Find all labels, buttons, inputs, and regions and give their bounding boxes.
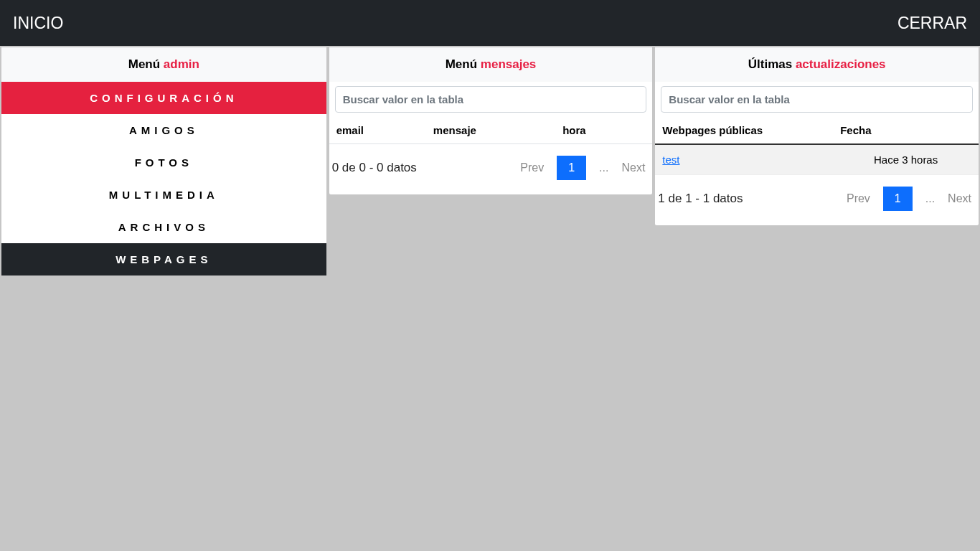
updates-col-date[interactable]: Fecha [833,117,979,144]
messages-page-dots: ... [599,161,608,174]
updates-page-dots: ... [925,192,935,205]
main-area: Menú admin CONFIGURACIÓNAMIGOSFOTOSMULTI… [0,46,980,277]
messages-pager: Prev 1 ... Next [520,156,645,180]
messages-title-prefix: Menú [446,57,481,71]
messages-title: Menú mensajes [329,47,653,82]
updates-footer: 1 de 1 - 1 datos Prev 1 ... Next [655,175,979,225]
messages-panel: Menú mensajes email mensaje hora 0 de 0 … [329,47,653,194]
sidebar-item-multimedia[interactable]: MULTIMEDIA [1,179,326,211]
updates-search-input[interactable] [661,86,973,113]
sidebar-item-configuración[interactable]: CONFIGURACIÓN [1,82,326,114]
sidebar-panel: Menú admin CONFIGURACIÓNAMIGOSFOTOSMULTI… [1,47,326,276]
updates-title-accent: actualizaciones [796,57,886,71]
home-link[interactable]: INICIO [13,14,63,33]
updates-col-webpages[interactable]: Webpages públicas [655,117,833,144]
sidebar-title-prefix: Menú [128,57,164,71]
messages-search-input[interactable] [335,86,647,113]
updates-row-date: Hace 3 horas [833,144,979,175]
updates-title-prefix: Últimas [748,57,796,71]
messages-next-button[interactable]: Next [621,161,645,174]
messages-footer: 0 de 0 - 0 datos Prev 1 ... Next [329,144,653,194]
messages-page-1-button[interactable]: 1 [557,156,586,180]
table-row: test Hace 3 horas [655,144,979,175]
messages-col-email[interactable]: email [329,117,426,144]
messages-col-message[interactable]: mensaje [426,117,555,144]
updates-row-link[interactable]: test [662,154,679,166]
updates-page-1-button[interactable]: 1 [883,187,913,211]
updates-pager: Prev 1 ... Next [847,187,971,211]
messages-col-time[interactable]: hora [555,117,652,144]
sidebar-title: Menú admin [1,47,326,82]
updates-panel: Últimas actualizaciones Webpages pública… [655,47,979,225]
messages-prev-button[interactable]: Prev [520,161,544,174]
sidebar-item-webpages[interactable]: WEBPAGES [1,243,326,276]
messages-title-accent: mensajes [481,57,537,71]
updates-table: Webpages públicas Fecha test Hace 3 hora… [655,117,979,175]
updates-prev-button[interactable]: Prev [847,192,870,205]
topbar: INICIO CERRAR [0,0,980,46]
messages-table: email mensaje hora [329,117,653,144]
close-link[interactable]: CERRAR [897,14,967,33]
updates-title: Últimas actualizaciones [655,47,979,82]
sidebar-title-accent: admin [164,57,199,71]
messages-count: 0 de 0 - 0 datos [332,161,417,175]
sidebar-item-archivos[interactable]: ARCHIVOS [1,211,326,243]
updates-count: 1 de 1 - 1 datos [658,192,743,206]
updates-next-button[interactable]: Next [948,192,971,205]
sidebar-item-amigos[interactable]: AMIGOS [1,114,326,146]
sidebar-item-fotos[interactable]: FOTOS [1,146,326,179]
